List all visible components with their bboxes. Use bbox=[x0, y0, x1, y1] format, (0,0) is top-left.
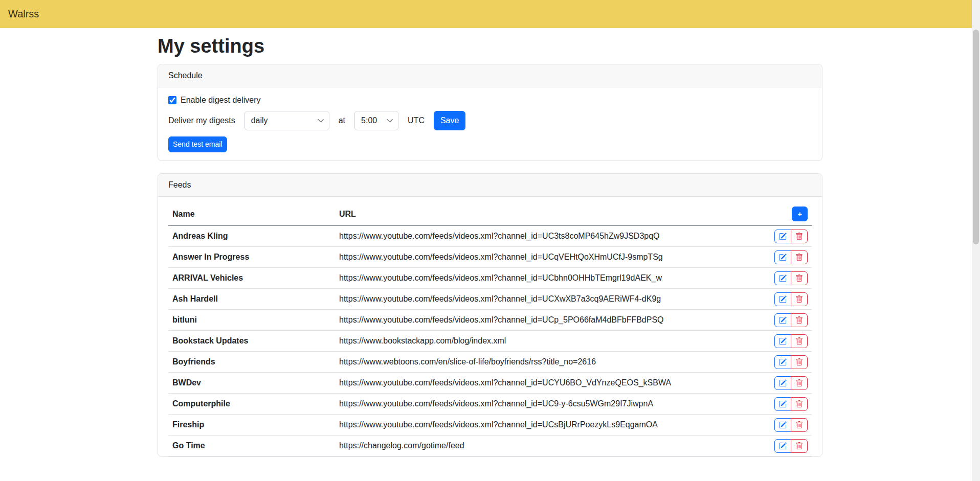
feed-url: https://www.youtube.com/feeds/videos.xml… bbox=[335, 247, 761, 268]
navbar-brand[interactable]: Walrss bbox=[8, 8, 39, 20]
edit-feed-button[interactable] bbox=[774, 355, 791, 369]
navbar: Walrss bbox=[0, 0, 972, 28]
feed-row: Bookstack Updates https://www.bookstacka… bbox=[168, 331, 812, 352]
pencil-square-icon bbox=[779, 316, 787, 324]
delete-feed-button[interactable] bbox=[791, 250, 808, 264]
pencil-square-icon bbox=[779, 358, 787, 366]
time-select[interactable]: 5:00 bbox=[354, 111, 398, 130]
feed-name: bitluni bbox=[168, 310, 335, 331]
feed-row: Answer In Progress https://www.youtube.c… bbox=[168, 247, 812, 268]
feed-actions-group bbox=[774, 250, 808, 264]
feed-name: BWDev bbox=[168, 373, 335, 394]
feed-actions-group bbox=[774, 418, 808, 432]
edit-feed-button[interactable] bbox=[774, 271, 791, 285]
enable-digest-label: Enable digest delivery bbox=[181, 96, 261, 105]
trash-icon bbox=[795, 442, 803, 450]
delete-feed-button[interactable] bbox=[791, 271, 808, 285]
feed-actions bbox=[761, 415, 812, 436]
feed-actions-group bbox=[774, 313, 808, 327]
feed-name: Answer In Progress bbox=[168, 247, 335, 268]
trash-icon bbox=[795, 421, 803, 429]
feeds-card-body: Name URL + Andreas Kling https://www.you… bbox=[158, 197, 822, 456]
feed-actions bbox=[761, 289, 812, 310]
vertical-scrollbar-track[interactable] bbox=[972, 0, 980, 481]
feed-row: Ash Hardell https://www.youtube.com/feed… bbox=[168, 289, 812, 310]
page-title: My settings bbox=[158, 34, 822, 58]
edit-feed-button[interactable] bbox=[774, 230, 791, 243]
delete-feed-button[interactable] bbox=[791, 292, 808, 306]
feed-name: Ash Hardell bbox=[168, 289, 335, 310]
pencil-square-icon bbox=[779, 442, 787, 450]
feed-url: https://www.youtube.com/feeds/videos.xml… bbox=[335, 394, 761, 415]
feed-name: Computerphile bbox=[168, 394, 335, 415]
trash-icon bbox=[795, 379, 803, 387]
feed-url: https://www.youtube.com/feeds/videos.xml… bbox=[335, 373, 761, 394]
feeds-table-header-row: Name URL + bbox=[168, 203, 812, 225]
trash-icon bbox=[795, 337, 803, 345]
feed-actions-group bbox=[774, 271, 808, 285]
add-feed-button[interactable]: + bbox=[792, 207, 808, 221]
feed-row: Andreas Kling https://www.youtube.com/fe… bbox=[168, 225, 812, 247]
delete-feed-button[interactable] bbox=[791, 313, 808, 327]
delete-feed-button[interactable] bbox=[791, 376, 808, 390]
feed-url: https://www.youtube.com/feeds/videos.xml… bbox=[335, 415, 761, 436]
delete-feed-button[interactable] bbox=[791, 230, 808, 243]
feed-actions-group bbox=[774, 355, 808, 369]
column-header-actions: + bbox=[761, 203, 812, 225]
feed-actions bbox=[761, 352, 812, 373]
pencil-square-icon bbox=[779, 274, 787, 282]
feeds-table: Name URL + Andreas Kling https://www.you… bbox=[168, 203, 812, 456]
feeds-card-header: Feeds bbox=[158, 174, 822, 197]
column-header-url: URL bbox=[335, 203, 761, 225]
schedule-card: Schedule Enable digest delivery Deliver … bbox=[158, 64, 822, 161]
edit-feed-button[interactable] bbox=[774, 397, 791, 411]
feed-row: BWDev https://www.youtube.com/feeds/vide… bbox=[168, 373, 812, 394]
trash-icon bbox=[795, 358, 803, 366]
feed-url: https://www.webtoons.com/en/slice-of-lif… bbox=[335, 352, 761, 373]
trash-icon bbox=[795, 400, 803, 408]
feed-actions bbox=[761, 268, 812, 289]
feed-actions-group bbox=[774, 439, 808, 453]
vertical-scrollbar-thumb[interactable] bbox=[973, 30, 979, 244]
enable-digest-checkbox[interactable] bbox=[168, 96, 176, 104]
feed-actions-group bbox=[774, 376, 808, 390]
at-label: at bbox=[339, 116, 345, 125]
pencil-square-icon bbox=[779, 295, 787, 303]
edit-feed-button[interactable] bbox=[774, 439, 791, 453]
feed-actions-group bbox=[774, 230, 808, 243]
feed-url: https://www.bookstackapp.com/blog/index.… bbox=[335, 331, 761, 352]
edit-feed-button[interactable] bbox=[774, 376, 791, 390]
feed-actions bbox=[761, 225, 812, 247]
delete-feed-button[interactable] bbox=[791, 397, 808, 411]
edit-feed-button[interactable] bbox=[774, 418, 791, 432]
edit-feed-button[interactable] bbox=[774, 334, 791, 348]
feed-actions-group bbox=[774, 292, 808, 306]
main-container: My settings Schedule Enable digest deliv… bbox=[158, 34, 822, 457]
digest-schedule-row: Deliver my digests daily at 5:00 bbox=[168, 111, 812, 130]
feed-actions bbox=[761, 310, 812, 331]
delete-feed-button[interactable] bbox=[791, 334, 808, 348]
pencil-square-icon bbox=[779, 254, 787, 261]
feed-row: bitluni https://www.youtube.com/feeds/vi… bbox=[168, 310, 812, 331]
deliver-label: Deliver my digests bbox=[168, 116, 235, 125]
edit-feed-button[interactable] bbox=[774, 292, 791, 306]
send-test-email-button[interactable]: Send test email bbox=[168, 136, 227, 152]
feed-actions bbox=[761, 436, 812, 456]
delete-feed-button[interactable] bbox=[791, 418, 808, 432]
delete-feed-button[interactable] bbox=[791, 439, 808, 453]
feed-name: Andreas Kling bbox=[168, 225, 335, 247]
pencil-square-icon bbox=[779, 400, 787, 408]
feed-url: https://www.youtube.com/feeds/videos.xml… bbox=[335, 289, 761, 310]
schedule-card-body: Enable digest delivery Deliver my digest… bbox=[158, 87, 822, 161]
delete-feed-button[interactable] bbox=[791, 355, 808, 369]
feed-actions-group bbox=[774, 397, 808, 411]
enable-digest-row: Enable digest delivery bbox=[168, 96, 812, 105]
feed-url: https://www.youtube.com/feeds/videos.xml… bbox=[335, 310, 761, 331]
save-button[interactable]: Save bbox=[434, 111, 465, 130]
edit-feed-button[interactable] bbox=[774, 250, 791, 264]
feeds-table-body: Andreas Kling https://www.youtube.com/fe… bbox=[168, 225, 812, 456]
edit-feed-button[interactable] bbox=[774, 313, 791, 327]
timezone-label: UTC bbox=[408, 116, 425, 125]
frequency-select-wrap: daily bbox=[244, 111, 329, 130]
frequency-select[interactable]: daily bbox=[244, 111, 329, 130]
